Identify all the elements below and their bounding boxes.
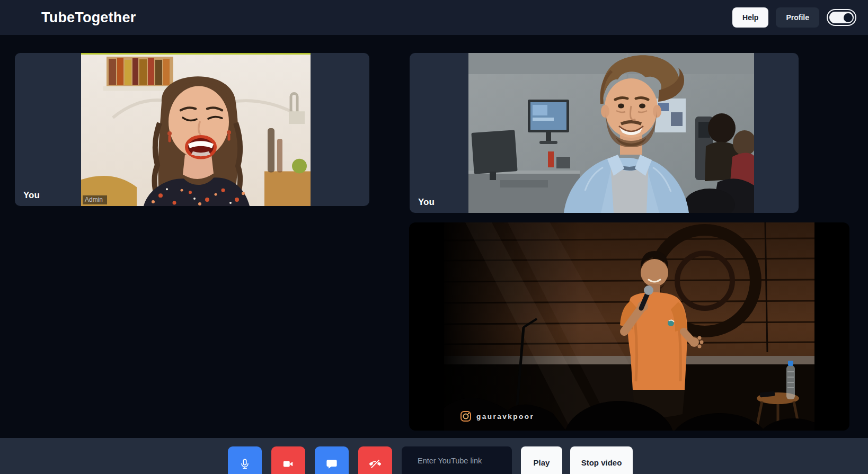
bookshelf [103,57,176,91]
camera-button[interactable] [271,446,305,474]
youtube-player[interactable]: gauravkpoor [409,222,849,431]
theme-toggle-track [829,12,854,23]
instagram-icon [460,410,472,422]
stream-admin-tag: Admin [83,195,107,204]
header: TubeTogether Help Profile [0,0,868,35]
theme-toggle[interactable] [827,9,856,26]
man-webcam-illustration [468,53,754,213]
hangup-button[interactable] [358,446,392,474]
header-actions: Help Profile [732,7,856,28]
standup-video-frame [444,222,814,431]
chat-button[interactable] [315,446,349,474]
webcam-feed-man [468,53,754,213]
video-camera-icon [282,458,294,470]
play-button[interactable]: Play [521,446,562,474]
chat-bubble-icon [326,458,338,470]
participant-card-self-1: Admin You [15,53,369,206]
theme-toggle-knob [844,13,853,22]
participant-label: You [418,197,435,208]
microphone-icon [239,458,251,470]
profile-button[interactable]: Profile [776,7,819,28]
mic-button[interactable] [228,446,262,474]
stop-video-button[interactable]: Stop video [570,446,633,474]
app-title: TubeTogether [41,10,136,26]
control-bar: Play Stop video [0,438,868,474]
woman-webcam-illustration [81,55,311,206]
help-button[interactable]: Help [732,7,768,28]
webcam-feed-woman: Admin [81,53,311,206]
app-window: TubeTogether Help Profile [0,0,868,474]
video-watermark: gauravkpoor [460,410,534,422]
phone-slash-icon [369,458,381,470]
youtube-link-input[interactable] [402,446,512,474]
participant-label: You [23,190,40,201]
standup-comedy-illustration [444,222,814,431]
participant-card-self-2: You [410,53,799,213]
watermark-handle: gauravkpoor [476,413,534,421]
